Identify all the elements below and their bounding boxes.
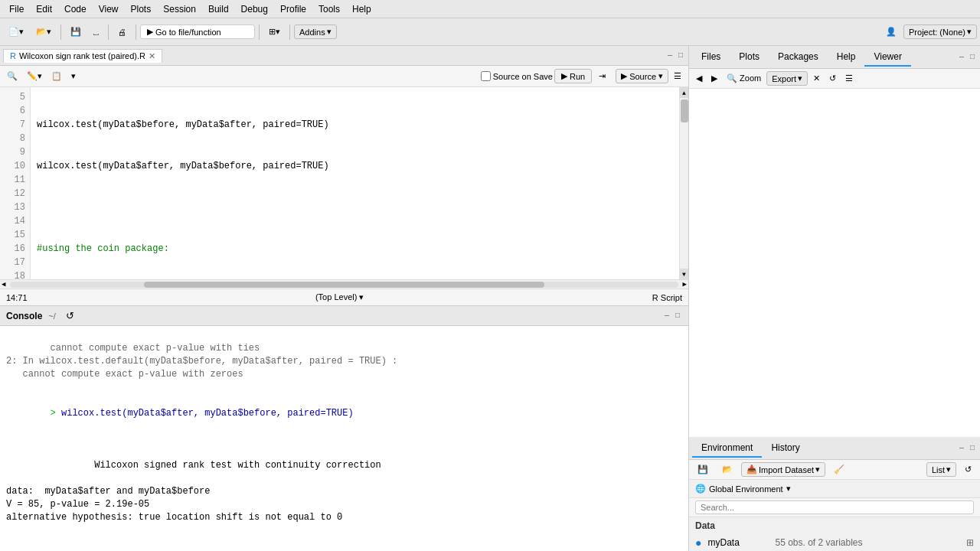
- save-all-btn[interactable]: ⎵: [88, 25, 104, 39]
- env-minimize-btn[interactable]: —: [957, 444, 966, 452]
- editor-maximize-btn[interactable]: □: [676, 51, 685, 60]
- env-clear-btn[interactable]: 🧹: [828, 462, 850, 477]
- layout-btn[interactable]: ⊞▾: [263, 24, 286, 39]
- line-num-9: 9: [0, 145, 30, 159]
- code-editor[interactable]: wilcox.test(myData$before, myData$after,…: [31, 87, 679, 279]
- tab-help[interactable]: Help: [828, 48, 865, 67]
- editor-toolbar: 🔍 ✏️▾ 📋 ▾ Source on Save ▶ R: [0, 66, 688, 87]
- console-out-1: Wilcoxon signed rank test with continuit…: [6, 460, 381, 523]
- viewer-clear-btn[interactable]: ✕: [809, 72, 824, 85]
- import-label: Import Dataset: [759, 465, 814, 474]
- scope-label: (Top Level) ▾: [315, 292, 364, 302]
- console-line-1: cannot compute exact p-value with ties 2…: [6, 343, 397, 380]
- env-maximize-btn[interactable]: □: [968, 444, 977, 452]
- user-icon: 👤: [880, 24, 902, 39]
- save-btn[interactable]: 💾: [65, 24, 87, 39]
- source-btn[interactable]: ▶ Source ▾: [616, 69, 668, 83]
- tab-packages[interactable]: Packages: [769, 48, 828, 67]
- new-file-btn[interactable]: 📄▾: [3, 24, 29, 39]
- tab-history[interactable]: History: [762, 439, 808, 458]
- menu-code[interactable]: Code: [58, 2, 93, 16]
- options-btn[interactable]: ☰: [670, 70, 685, 83]
- project-label: Project: (None): [909, 28, 965, 37]
- tab-environment[interactable]: Environment: [692, 439, 762, 458]
- menu-profile[interactable]: Profile: [274, 2, 312, 16]
- env-open-btn[interactable]: 📂: [717, 462, 738, 477]
- list-btn[interactable]: List ▾: [926, 462, 956, 477]
- menu-view[interactable]: View: [93, 2, 125, 16]
- h-scroll-thumb[interactable]: [144, 282, 544, 288]
- scroll-left-btn[interactable]: ◀: [0, 280, 7, 289]
- line-num-16: 16: [0, 242, 30, 256]
- code-tools-btn[interactable]: ✏️▾: [23, 70, 46, 83]
- source-label: Source: [629, 72, 656, 81]
- main-layout: R Wilcoxon sign rank test (paired).R ✕ —…: [0, 46, 980, 551]
- viewer-back-btn[interactable]: ◀: [692, 72, 706, 85]
- more-btn[interactable]: ▾: [67, 70, 80, 83]
- source-on-save-checkbox[interactable]: [481, 71, 491, 81]
- person-icon: 👤: [886, 27, 897, 37]
- h-scroll-track[interactable]: [10, 282, 678, 288]
- compile-btn[interactable]: 📋: [47, 70, 66, 83]
- editor-vscrollbar[interactable]: ▲ ▼: [679, 87, 688, 279]
- menu-debug[interactable]: Debug: [235, 2, 274, 16]
- data-grid-btn[interactable]: ⊞: [966, 537, 974, 548]
- env-search-input[interactable]: [695, 500, 974, 514]
- addins-btn[interactable]: Addins ▾: [294, 24, 337, 39]
- project-chevron: ▾: [967, 27, 972, 37]
- tab-viewer[interactable]: Viewer: [864, 48, 910, 67]
- run-btn[interactable]: ▶ Run: [554, 69, 592, 83]
- editor-tabs: R Wilcoxon sign rank test (paired).R ✕ —…: [0, 46, 688, 66]
- open-file-btn[interactable]: 📂▾: [31, 24, 57, 39]
- editor-minimize-btn[interactable]: —: [665, 51, 675, 60]
- editor-tab-main[interactable]: R Wilcoxon sign rank test (paired).R ✕: [3, 49, 162, 63]
- env-save-btn[interactable]: 💾: [692, 462, 714, 477]
- line-num-18: 18: [0, 269, 30, 279]
- menu-session[interactable]: Session: [157, 2, 202, 16]
- menu-file[interactable]: File: [3, 2, 30, 16]
- editor-hscrollbar[interactable]: ◀ ▶: [0, 279, 688, 289]
- tab-files[interactable]: Files: [692, 48, 730, 67]
- console-refresh-btn[interactable]: ↺: [62, 308, 78, 323]
- viewer-forward-btn[interactable]: ▶: [707, 72, 721, 85]
- console-output[interactable]: cannot compute exact p-value with ties 2…: [0, 326, 688, 551]
- export-btn[interactable]: Export ▾: [766, 71, 808, 86]
- source-on-save-text: Source on Save: [493, 72, 553, 81]
- sep3: [136, 24, 136, 40]
- print-btn[interactable]: 🖨: [113, 25, 132, 39]
- right-minimize-btn[interactable]: —: [957, 53, 966, 61]
- viewer-refresh-btn[interactable]: ↺: [825, 72, 840, 85]
- menu-plots[interactable]: Plots: [125, 2, 158, 16]
- line-num-7: 7: [0, 118, 30, 132]
- tab-close-btn[interactable]: ✕: [149, 51, 155, 61]
- data-icon: ●: [695, 536, 701, 549]
- menu-build[interactable]: Build: [202, 2, 235, 16]
- menu-edit[interactable]: Edit: [30, 2, 58, 16]
- run-next-btn[interactable]: ⇥: [593, 69, 611, 83]
- scroll-up-btn[interactable]: ▲: [680, 87, 689, 98]
- menu-help[interactable]: Help: [346, 2, 377, 16]
- scroll-right-btn[interactable]: ▶: [681, 280, 688, 289]
- env-globe-icon: 🌐: [695, 484, 706, 494]
- editor-status-bar: 14:71 (Top Level) ▾ R Script: [0, 289, 688, 305]
- find-btn[interactable]: 🔍: [3, 70, 21, 83]
- right-maximize-btn[interactable]: □: [968, 53, 977, 61]
- import-dataset-btn[interactable]: 📥 Import Dataset ▾: [741, 462, 825, 477]
- scroll-down-btn[interactable]: ▼: [680, 269, 689, 279]
- console-minimize-btn[interactable]: —: [662, 311, 671, 320]
- menu-tools[interactable]: Tools: [312, 2, 346, 16]
- go-to-file-btn[interactable]: ▶ Go to file/function: [140, 24, 255, 39]
- project-selector[interactable]: Project: (None) ▾: [903, 24, 977, 39]
- scroll-track[interactable]: [680, 98, 688, 269]
- list-chevron: ▾: [946, 465, 951, 474]
- env-refresh-btn[interactable]: ↺: [959, 462, 977, 477]
- right-panel: Files Plots Packages Help Viewer — □ ◀ ▶…: [689, 46, 980, 551]
- left-panel: R Wilcoxon sign rank test (paired).R ✕ —…: [0, 46, 689, 551]
- tab-plots[interactable]: Plots: [730, 48, 769, 67]
- viewer-zoom-btn[interactable]: 🔍 Zoom: [723, 72, 765, 85]
- scroll-thumb[interactable]: [681, 99, 688, 122]
- right-panel-tabs: Files Plots Packages Help Viewer — □: [689, 46, 980, 69]
- console-maximize-btn[interactable]: □: [673, 311, 682, 320]
- viewer-more-btn[interactable]: ☰: [841, 72, 857, 85]
- env-global-selector[interactable]: 🌐 Global Environment ▾: [689, 480, 980, 498]
